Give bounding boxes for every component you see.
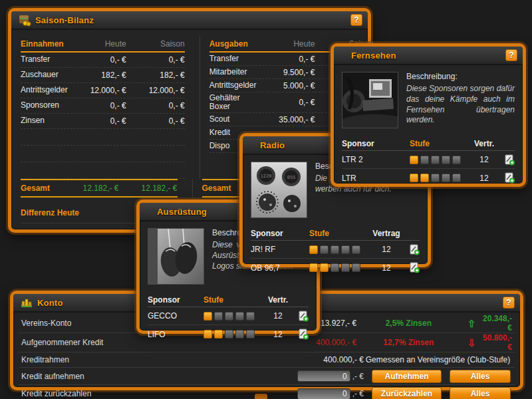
level-square-empty	[442, 156, 450, 164]
table-row: Sponsoren0,- €0,- €	[21, 98, 185, 114]
level-meter	[203, 330, 265, 338]
level-square-empty	[235, 330, 244, 338]
extend-contract-icon[interactable]	[298, 329, 309, 340]
alles-aufnehmen-button[interactable]: Alles	[450, 370, 511, 383]
sponsor-table: Sponsor Stufe Vertr. GECCO 12 LIFO 12	[148, 293, 309, 343]
level-square-empty	[235, 312, 244, 321]
finance-wallet-icon	[18, 13, 31, 27]
sponsor-row: GECCO 12	[148, 307, 309, 325]
table-row: Transfer0,- €0,- €	[21, 53, 185, 68]
level-square-empty	[452, 174, 461, 182]
sponsor-table-header: Sponsor Stufe Vertr.	[342, 136, 515, 151]
level-square-filled	[309, 263, 318, 272]
sponsor-row: LTR 2 12	[342, 151, 515, 169]
help-button[interactable]: ?	[505, 49, 517, 61]
window-fernsehen: Fernsehen ? Beschreibung: Diese Sponsore…	[331, 43, 526, 187]
level-square-empty	[331, 245, 339, 254]
sponsor-table: Sponsor Stufe Vertr. LTR 2 12 LTR 12	[342, 136, 515, 187]
differenz-label: Differenz Heute	[21, 208, 79, 217]
level-square-empty	[341, 263, 350, 272]
level-square-filled	[203, 312, 212, 321]
table-row: Antrittsgelder12.000,- €12.000,- €	[21, 83, 185, 98]
sponsor-table-header: Sponsor Stufe Vertrag	[251, 226, 420, 241]
level-meter	[410, 156, 471, 164]
kredit-zurueckzahlen-input[interactable]	[297, 388, 350, 399]
level-square-filled	[320, 263, 329, 272]
level-meter	[203, 312, 265, 321]
einnahmen-title: Einnahmen	[21, 39, 68, 49]
einnahmen-table: Einnahmen Heute Saison Transfer0,- €0,- …	[21, 37, 185, 179]
sponsor-row: LIFO 12	[148, 325, 309, 343]
level-square-empty	[214, 312, 223, 321]
konto-row-aufnehmen: Kredit aufnehmen ,- € Aufnehmen Alles	[19, 368, 515, 385]
level-square-empty	[320, 245, 329, 254]
saison-titlebar[interactable]: Saison-Bilanz ?	[11, 11, 368, 30]
extend-contract-icon[interactable]	[409, 244, 420, 255]
level-meter	[410, 174, 471, 182]
empty-row	[21, 129, 185, 146]
level-square-empty	[431, 156, 440, 164]
bank-account-icon	[20, 296, 33, 309]
level-square-empty	[442, 174, 450, 182]
kredit-aufnehmen-input[interactable]	[297, 370, 350, 382]
level-square-empty	[452, 156, 461, 164]
level-square-empty	[225, 330, 233, 338]
window-title: Saison-Bilanz	[35, 15, 350, 25]
konto-row-kreditrahmen: Kreditrahmen 400.000,- € Gemessen an Ver…	[19, 352, 515, 368]
boxing-gloves-photo	[148, 228, 204, 285]
sponsor-table-header: Sponsor Stufe Vertr.	[148, 293, 309, 307]
trend-up-icon: ⇧	[461, 319, 483, 329]
extend-contract-icon[interactable]	[298, 311, 309, 322]
level-square-empty	[352, 245, 360, 254]
einnahmen-header: Einnahmen Heute Saison	[21, 37, 185, 53]
sponsor-row: OB 96,7 12	[251, 259, 420, 277]
level-square-filled	[410, 174, 418, 182]
level-square-empty	[246, 330, 255, 338]
empty-row	[21, 146, 185, 162]
extend-contract-icon[interactable]	[409, 262, 420, 273]
tv-camera-photo	[342, 72, 398, 128]
help-button[interactable]: ?	[503, 297, 515, 309]
level-square-filled	[203, 330, 212, 338]
level-square-empty	[246, 312, 255, 321]
aufnehmen-button[interactable]: Aufnehmen	[372, 370, 442, 383]
konto-row-zurueckzahlen: Kredit zurückzahlen ,- € Zurückzahlen Al…	[19, 385, 515, 399]
window-title: Fernsehen	[351, 51, 505, 61]
extend-contract-icon[interactable]	[504, 154, 515, 166]
einnahmen-gesamt-row: Gesamt 12.182,- € 12.182,- €	[21, 179, 178, 198]
level-square-filled	[420, 174, 429, 182]
col-heute: Heute	[68, 39, 126, 49]
radio-photo: 1220055	[251, 162, 307, 218]
extend-contract-icon[interactable]	[504, 172, 515, 184]
level-square-empty	[225, 312, 233, 321]
table-row: Zinsen0,- €0,- €	[21, 114, 185, 129]
desktop-background: Saison-Bilanz ? Einnahmen Heute Saison T…	[0, 0, 532, 399]
sponsor-row: JR! RF 12	[251, 241, 420, 259]
table-row: Zuschauer182,- €182,- €	[21, 68, 185, 83]
help-button[interactable]: ?	[350, 14, 362, 26]
ausgaben-title: Ausgaben	[209, 39, 257, 49]
level-square-empty	[420, 156, 429, 164]
level-square-empty	[331, 263, 339, 272]
level-square-empty	[431, 174, 440, 182]
level-square-filled	[410, 156, 418, 164]
fernsehen-titlebar[interactable]: Fernsehen ?	[334, 47, 523, 65]
sponsor-row: LTR 12	[342, 169, 515, 187]
level-meter	[309, 245, 370, 254]
level-square-empty	[352, 263, 360, 272]
col-saison: Saison	[126, 39, 185, 49]
alles-zurueckzahlen-button[interactable]: Alles	[450, 387, 511, 399]
sponsor-table: Sponsor Stufe Vertrag JR! RF 12 OB 96,7 …	[251, 226, 420, 277]
svg-text:055: 055	[287, 175, 296, 180]
level-square-filled	[309, 245, 318, 254]
level-square-filled	[214, 330, 223, 338]
zurueckzahlen-button[interactable]: Zurückzahlen	[372, 387, 442, 399]
trend-down-icon: ⇩	[461, 338, 483, 348]
level-meter	[309, 263, 370, 272]
svg-text:1220: 1220	[261, 174, 272, 179]
col-heute: Heute	[256, 39, 315, 49]
level-square-empty	[341, 245, 350, 254]
beschreibung-label: Beschreibung:	[406, 72, 515, 81]
empty-row	[21, 162, 185, 179]
sponsor-description: Diese Sponsoren sorgen dafür das deine K…	[406, 84, 515, 126]
